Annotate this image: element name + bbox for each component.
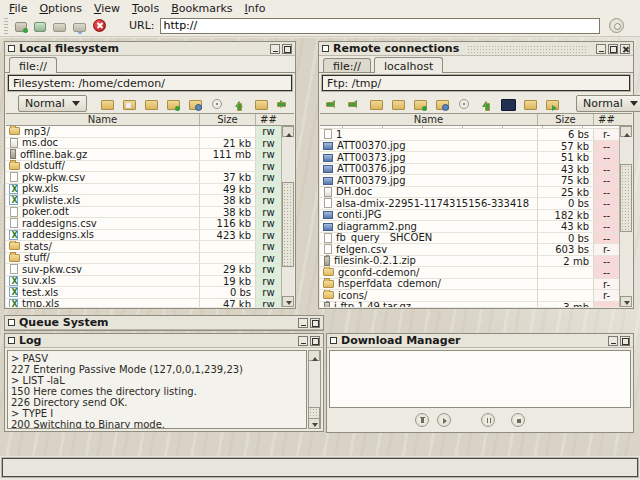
file-row[interactable]: suv.xls 19 kb rw [6,276,281,288]
file-row[interactable]: pkw.xls 49 kb rw [6,184,281,196]
file-row[interactable]: hsperfdata_cdemon/ r- [320,279,619,291]
abort-icon[interactable] [93,19,106,32]
file-row[interactable]: tmp.xls 47 kb rw [6,299,281,308]
document-icon[interactable] [144,97,158,111]
disconnect-icon[interactable] [53,23,66,32]
scroll-up-icon[interactable] [282,126,294,137]
remote-panel-titlebar[interactable]: Remote connections [319,42,633,56]
file-row[interactable]: ATT00379.jpg 75 kb -- [320,175,619,187]
file-row[interactable]: raddesigns.xls 423 kb rw [6,230,281,242]
scrollbar-thumb[interactable] [620,164,632,232]
upload-icon[interactable] [479,97,493,111]
file-row[interactable]: stuff/ rw [6,253,281,265]
File-menu[interactable]: File [4,2,32,15]
maximize-icon[interactable] [282,44,292,54]
document-icon[interactable] [523,97,537,111]
connect-icon[interactable] [15,22,27,32]
Info-menu[interactable]: Info [240,2,271,15]
record-icon[interactable] [457,97,471,111]
Options-menu[interactable]: Options [34,2,86,15]
file-row[interactable]: icons/ r- [320,290,619,302]
go-icon[interactable] [609,18,624,33]
maximize-icon[interactable] [310,318,320,328]
scroll-down-icon[interactable] [620,296,632,307]
file-row[interactable]: ATT00373.jpg 51 kb -- [320,152,619,164]
file-row[interactable]: pkwliste.xls 38 kb rw [6,195,281,207]
download-manager-titlebar[interactable]: Download Manager [327,334,633,348]
close-icon[interactable] [620,44,630,54]
pause-button[interactable] [481,413,495,427]
log-panel-titlebar[interactable]: Log [5,334,323,348]
local-scrollbar[interactable] [281,126,294,307]
search-folder-icon[interactable] [435,97,449,111]
file-row[interactable]: gconfd-cdemon/ -- [320,267,619,279]
tab-file[interactable]: file:// [9,57,57,73]
file-row[interactable]: offline.bak.gz 111 mb rw [6,149,281,161]
view-mode-dropdown[interactable]: Normal [576,95,640,112]
local-panel-titlebar[interactable]: Local filesystem [5,42,295,56]
send-icon[interactable] [545,97,559,111]
file-row[interactable]: filesink-0.2.1.zip 2 mb -- [320,256,619,268]
Tools-menu[interactable]: Tools [127,2,164,15]
new-folder-icon[interactable] [413,97,427,111]
transfer-right-icon[interactable] [276,97,290,111]
file-row[interactable]: fb_query__SHCOEN 0 bs -- [320,233,619,245]
file-row[interactable]: mp3/ rw [6,126,281,138]
terminal-icon[interactable] [501,97,515,111]
View-menu[interactable]: View [89,2,125,15]
file-row[interactable]: ATT00376.jpg 43 kb -- [320,164,619,176]
document-icon[interactable] [391,97,405,111]
refresh-icon[interactable] [100,97,114,111]
file-row[interactable]: felgen.csv 603 bs r- [320,244,619,256]
file-row[interactable]: test.xls 0 bs rw [6,287,281,299]
scrollbar-thumb[interactable] [282,182,294,267]
play-button[interactable] [437,413,451,427]
minimize-icon[interactable] [298,318,308,328]
maximize-icon[interactable] [608,44,618,54]
back-icon[interactable] [325,97,339,111]
scroll-up-icon[interactable] [620,126,632,137]
minimize-icon[interactable] [298,336,308,346]
log-scrollbar[interactable] [308,350,321,429]
refresh-icon[interactable] [369,97,383,111]
file-row[interactable]: ms.doc 21 kb rw [6,138,281,150]
file-row[interactable]: 1 6 bs r- [320,129,619,141]
file-row[interactable]: raddesigns.csv 116 kb rw [6,218,281,230]
remote-scrollbar[interactable] [619,126,632,307]
new-folder-icon[interactable] [166,97,180,111]
view-mode-dropdown[interactable]: Normal [18,95,87,112]
file-row[interactable]: j-ftp-1.49.tar.gz 3 mb -- [320,302,619,308]
file-row[interactable]: conti.JPG 182 kb -- [320,210,619,222]
file-row[interactable]: diagramm2.png 43 kb -- [320,221,619,233]
file-row[interactable]: ATT00370.jpg 57 kb -- [320,141,619,153]
record-icon[interactable] [210,97,224,111]
upload-icon[interactable] [232,97,246,111]
file-row[interactable]: suv-pkw.csv 29 kb rw [6,264,281,276]
minimize-icon[interactable] [596,44,606,54]
file-row[interactable]: pkw-pkw.csv 37 kb rw [6,172,281,184]
toolbar-drag-handle[interactable] [4,18,8,34]
Bookmarks-menu[interactable]: Bookmarks [166,2,237,15]
trash-button[interactable] [415,413,429,427]
queue-panel-titlebar[interactable]: Queue System [5,316,323,330]
minimize-icon[interactable] [270,44,280,54]
server-icon[interactable] [73,23,86,32]
save-icon[interactable] [122,97,136,111]
localhost-tab[interactable]: localhost [374,57,443,73]
maximize-icon[interactable] [310,336,320,346]
maximize-icon[interactable] [620,336,630,346]
scroll-down-icon[interactable] [308,418,320,429]
back-icon[interactable] [347,97,361,111]
document-icon[interactable] [254,97,268,111]
minimize-icon[interactable] [608,336,618,346]
file-row[interactable]: stats/ rw [6,241,281,253]
search-folder-icon[interactable] [188,97,202,111]
stop-button[interactable] [511,413,525,427]
url-input[interactable] [160,18,600,34]
scroll-down-icon[interactable] [282,296,294,307]
file-row[interactable]: oldstuff/ rw [6,161,281,173]
file-row[interactable]: poker.odt 38 kb rw [6,207,281,219]
file-row[interactable]: alsa-dmix-22951-1174315156-333418 0 bs -… [320,198,619,210]
quick-connect-icon[interactable] [34,22,46,32]
file-row[interactable]: DH.doc 25 kb -- [320,187,619,199]
